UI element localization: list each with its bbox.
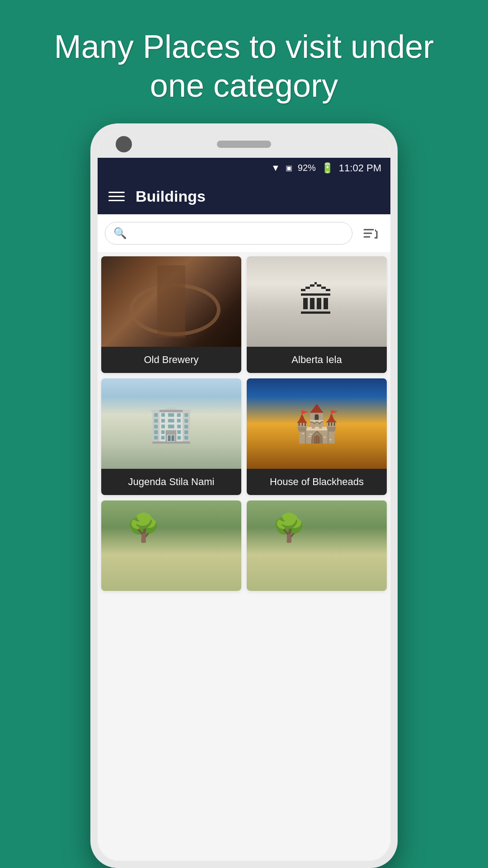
buildings-grid: Old Brewery Alberta Iela Jugenda Stila N… [101, 256, 387, 591]
card-alberta-iela[interactable]: Alberta Iela [247, 256, 387, 373]
card-label-alberta-iela: Alberta Iela [247, 347, 387, 373]
hamburger-line-1 [108, 192, 125, 193]
page-headline: Many Places to visit under one category [0, 0, 488, 123]
menu-button[interactable] [108, 192, 125, 201]
card-house-of-blackheads[interactable]: House of Blackheads [247, 378, 387, 495]
phone-mockup: ▼ ▣ 92% 🔋 11:02 PM Buildings 🔍 [90, 123, 398, 868]
hamburger-line-3 [108, 200, 125, 201]
card-image-jugenda-stila-nami [101, 378, 241, 469]
battery-percentage: 92% [298, 163, 316, 173]
search-input[interactable] [131, 227, 344, 239]
card-old-brewery[interactable]: Old Brewery [101, 256, 241, 373]
search-icon: 🔍 [113, 227, 127, 240]
status-bar: ▼ ▣ 92% 🔋 11:02 PM [98, 158, 390, 179]
content-area: Old Brewery Alberta Iela Jugenda Stila N… [98, 253, 390, 861]
signal-icon: ▣ [286, 164, 292, 172]
card-label-jugenda-stila-nami: Jugenda Stila Nami [101, 469, 241, 495]
card-image-alberta-iela [247, 256, 387, 347]
app-bar: Buildings [98, 179, 390, 214]
app-bar-title: Buildings [136, 188, 206, 205]
wifi-icon: ▼ [271, 163, 280, 173]
camera [116, 136, 132, 152]
card-image-partial-2 [247, 500, 387, 591]
phone-top-bar [98, 131, 390, 158]
card-image-partial-1 [101, 500, 241, 591]
card-jugenda-stila-nami[interactable]: Jugenda Stila Nami [101, 378, 241, 495]
search-input-wrapper[interactable]: 🔍 [105, 222, 352, 245]
card-label-house-of-blackheads: House of Blackheads [247, 469, 387, 495]
battery-icon: 🔋 [321, 162, 333, 174]
clock: 11:02 PM [339, 162, 381, 174]
hamburger-line-2 [108, 196, 125, 197]
sort-button[interactable] [358, 221, 383, 246]
card-label-old-brewery: Old Brewery [101, 347, 241, 373]
card-partial-2[interactable] [247, 500, 387, 591]
card-partial-1[interactable] [101, 500, 241, 591]
card-image-old-brewery [101, 256, 241, 347]
search-bar-container: 🔍 [98, 214, 390, 253]
speaker [217, 141, 271, 148]
card-image-house-of-blackheads [247, 378, 387, 469]
